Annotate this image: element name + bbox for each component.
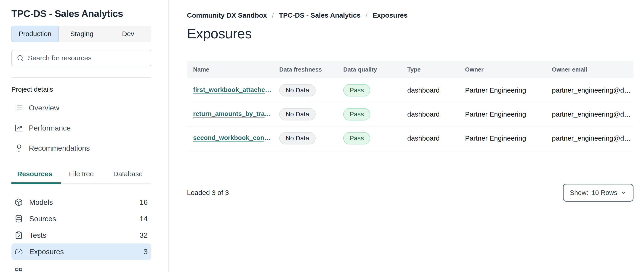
- nav-item-recommendations[interactable]: Recommendations: [12, 138, 151, 158]
- exposures-table: Name Data freshness Data quality Type Ow…: [187, 61, 634, 150]
- loaded-status: Loaded 3 of 3: [187, 189, 229, 196]
- breadcrumb-project[interactable]: TPC-DS - Sales Analytics: [279, 12, 360, 19]
- type-cell: dashboard: [407, 110, 465, 118]
- breadcrumb-account[interactable]: Community DX Sandbox: [187, 12, 267, 19]
- line-chart-icon: [15, 124, 23, 132]
- resource-count: 14: [140, 215, 148, 223]
- resource-item-exposures[interactable]: Exposures 3: [12, 244, 151, 260]
- nav-item-label: Overview: [29, 104, 59, 112]
- layout-grid-icon: [15, 267, 23, 272]
- breadcrumb: Community DX Sandbox / TPC-DS - Sales An…: [187, 12, 634, 19]
- column-header-data-quality: Data quality: [343, 66, 407, 73]
- cube-icon: [15, 198, 23, 206]
- show-value: 10 Rows: [592, 189, 617, 196]
- environment-tabs: Production Staging Dev: [12, 26, 151, 42]
- tab-resources[interactable]: Resources: [12, 170, 58, 183]
- owner-email-cell: partner_engineering@dbt…: [552, 86, 634, 94]
- search-input[interactable]: [28, 54, 146, 62]
- main-content: Community DX Sandbox / TPC-DS - Sales An…: [170, 0, 644, 272]
- resource-label: Tests: [29, 231, 133, 240]
- table-row: return_amounts_by_tran… No Data Pass das…: [187, 102, 634, 126]
- column-header-type: Type: [407, 66, 465, 73]
- env-tab-dev[interactable]: Dev: [105, 26, 151, 42]
- exposure-name-link[interactable]: return_amounts_by_tran…: [193, 110, 273, 118]
- tab-database[interactable]: Database: [105, 170, 151, 183]
- project-nav: Overview Performance Recommendations: [12, 98, 151, 158]
- tab-file-tree[interactable]: File tree: [58, 170, 105, 183]
- rows-per-page-select[interactable]: Show: 10 Rows: [563, 184, 634, 202]
- data-quality-badge: Pass: [343, 108, 370, 120]
- nav-item-overview[interactable]: Overview: [12, 98, 151, 118]
- database-icon: [15, 215, 23, 223]
- exposure-name-link[interactable]: first_workbook_attached…: [193, 86, 273, 94]
- resource-count: 32: [140, 231, 148, 240]
- data-freshness-badge: No Data: [279, 132, 316, 144]
- owner-email-cell: partner_engineering@dbt…: [552, 134, 634, 142]
- column-header-owner: Owner: [465, 66, 552, 73]
- owner-cell: Partner Engineering: [465, 110, 552, 118]
- column-header-owner-email: Owner email: [552, 66, 634, 73]
- data-quality-badge: Pass: [343, 84, 370, 96]
- env-tab-production[interactable]: Production: [12, 26, 59, 42]
- resource-item-partial[interactable]: [12, 263, 151, 272]
- data-quality-badge: Pass: [343, 132, 370, 144]
- resource-label: Sources: [29, 215, 133, 223]
- chevron-down-icon: [620, 190, 626, 196]
- owner-email-cell: partner_engineering@dbt…: [552, 110, 634, 118]
- sidebar: TPC-DS - Sales Analytics Production Stag…: [0, 0, 169, 272]
- env-tab-staging[interactable]: Staging: [59, 26, 105, 42]
- resource-count: 3: [144, 248, 148, 256]
- list-icon: [15, 104, 23, 112]
- resource-item-models[interactable]: Models 16: [12, 194, 151, 210]
- table-row: second_workbook_conn… No Data Pass dashb…: [187, 126, 634, 150]
- owner-cell: Partner Engineering: [465, 86, 552, 94]
- sidebar-view-tabs: Resources File tree Database: [12, 170, 151, 183]
- exposure-name-link[interactable]: second_workbook_conn…: [193, 134, 273, 142]
- resource-label: Exposures: [29, 248, 137, 256]
- tab-underline-track: [12, 183, 151, 184]
- owner-cell: Partner Engineering: [465, 134, 552, 142]
- type-cell: dashboard: [407, 86, 465, 94]
- resource-count: 16: [140, 198, 148, 207]
- search-icon: [16, 54, 24, 62]
- resource-item-tests[interactable]: Tests 32: [12, 227, 151, 244]
- type-cell: dashboard: [407, 134, 465, 142]
- data-freshness-badge: No Data: [279, 84, 316, 96]
- breadcrumb-separator: /: [366, 12, 368, 19]
- resource-label: Models: [29, 198, 133, 207]
- data-freshness-badge: No Data: [279, 108, 316, 120]
- breadcrumb-separator: /: [272, 12, 274, 19]
- active-tab-indicator: [12, 182, 61, 184]
- sidebar-divider: [12, 77, 151, 78]
- project-details-heading: Project details: [12, 86, 151, 93]
- project-title: TPC-DS - Sales Analytics: [12, 8, 151, 19]
- column-header-name: Name: [187, 66, 279, 73]
- lightbulb-icon: [15, 144, 23, 152]
- breadcrumb-current: Exposures: [372, 12, 408, 19]
- page-title: Exposures: [187, 26, 634, 42]
- table-footer: Loaded 3 of 3 Show: 10 Rows: [187, 184, 634, 202]
- app-screen: TPC-DS - Sales Analytics Production Stag…: [0, 0, 644, 272]
- column-header-data-freshness: Data freshness: [279, 66, 343, 73]
- resource-search: [12, 50, 151, 66]
- clipboard-check-icon: [15, 231, 23, 239]
- resource-list: Models 16 Sources 14 Tests 32 Exposures …: [12, 194, 151, 272]
- nav-item-label: Recommendations: [29, 144, 90, 152]
- nav-item-performance[interactable]: Performance: [12, 118, 151, 138]
- table-header-row: Name Data freshness Data quality Type Ow…: [187, 61, 634, 78]
- table-row: first_workbook_attached… No Data Pass da…: [187, 78, 634, 102]
- resource-item-sources[interactable]: Sources 14: [12, 210, 151, 227]
- gauge-icon: [15, 248, 23, 256]
- nav-item-label: Performance: [29, 124, 70, 132]
- show-label: Show:: [570, 189, 588, 196]
